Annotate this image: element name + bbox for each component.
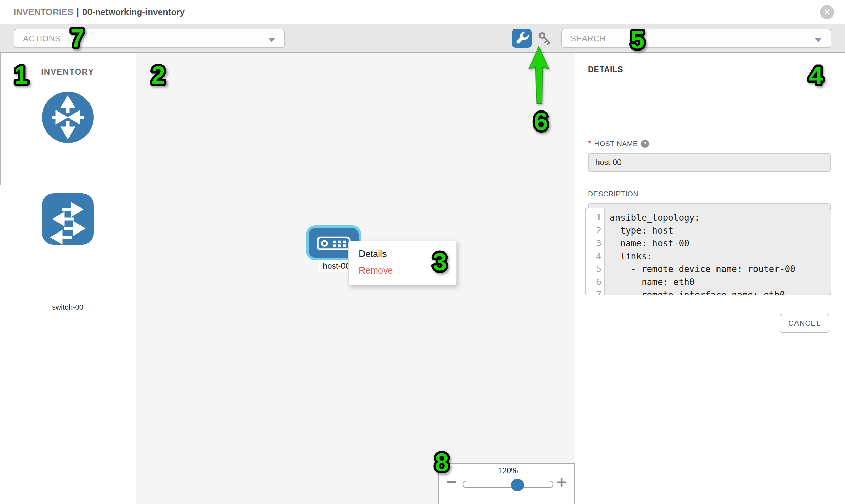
topology-canvas: host-00 Details Remove 120% − + xyxy=(136,53,575,504)
variables-code-editor[interactable]: 1 2 3 4 5 6 7 ansible_topology: type: ho… xyxy=(585,208,831,295)
zoom-in-button[interactable]: + xyxy=(557,472,566,492)
zoom-out-button[interactable]: − xyxy=(446,472,456,491)
inventory-topology-page: INVENTORIES|00-networking-inventory ✕ AC… xyxy=(0,0,845,504)
zoom-slider-handle[interactable] xyxy=(511,479,524,491)
description-label: DESCRIPTION xyxy=(588,190,638,198)
editor-line-numbers: 1 2 3 4 5 6 7 xyxy=(586,209,605,294)
description-label-row: DESCRIPTION xyxy=(588,190,638,198)
host-name-field[interactable] xyxy=(588,153,831,172)
breadcrumb-inventory-name: 00-networking-inventory xyxy=(83,7,185,17)
close-button[interactable]: ✕ xyxy=(820,5,834,19)
sidebar-item-switch[interactable] xyxy=(42,193,93,245)
breadcrumb: INVENTORIES|00-networking-inventory xyxy=(14,0,185,24)
node-context-menu: Details Remove xyxy=(348,241,457,285)
chevron-down-icon xyxy=(268,38,275,42)
switch-icon xyxy=(42,193,93,245)
zoom-control-panel: 120% − + xyxy=(438,463,575,504)
switch-label: switch-00 xyxy=(0,303,135,312)
cancel-button[interactable]: CANCEL xyxy=(779,313,829,333)
editor-code-area[interactable]: ansible_topology: type: host name: host-… xyxy=(605,209,831,294)
wrench-icon xyxy=(514,30,530,47)
breadcrumb-separator: | xyxy=(73,7,83,17)
details-panel: DETAILS * HOST NAME ? DESCRIPTION VARIAB… xyxy=(576,53,845,504)
sidebar-item-router[interactable] xyxy=(42,91,93,143)
actions-dropdown-label: ACTIONS xyxy=(14,34,60,43)
zoom-slider[interactable] xyxy=(462,481,553,488)
host-name-label: HOST NAME xyxy=(594,140,638,148)
close-icon: ✕ xyxy=(824,7,830,17)
chevron-down-icon xyxy=(814,38,822,42)
actions-dropdown[interactable]: ACTIONS xyxy=(14,29,285,48)
inventory-sidebar: INVENTORY router-00 xyxy=(0,53,135,504)
page-header: INVENTORIES|00-networking-inventory ✕ xyxy=(0,0,845,24)
host-name-label-row: * HOST NAME ? xyxy=(588,139,649,148)
inventory-heading: INVENTORY xyxy=(0,67,135,77)
host-icon xyxy=(317,235,351,251)
details-heading: DETAILS xyxy=(588,65,623,74)
key-icon xyxy=(537,30,553,47)
key-button[interactable] xyxy=(537,30,553,47)
required-marker: * xyxy=(588,139,591,148)
help-icon[interactable]: ? xyxy=(641,140,649,148)
tools-button[interactable] xyxy=(512,29,532,48)
context-menu-item-details[interactable]: Details xyxy=(349,246,456,262)
search-dropdown[interactable]: SEARCH xyxy=(561,29,831,48)
zoom-level-label: 120% xyxy=(462,466,553,475)
search-placeholder: SEARCH xyxy=(562,34,605,43)
router-icon xyxy=(42,91,93,143)
breadcrumb-section: INVENTORIES xyxy=(14,7,73,17)
context-menu-item-remove[interactable]: Remove xyxy=(349,262,456,279)
